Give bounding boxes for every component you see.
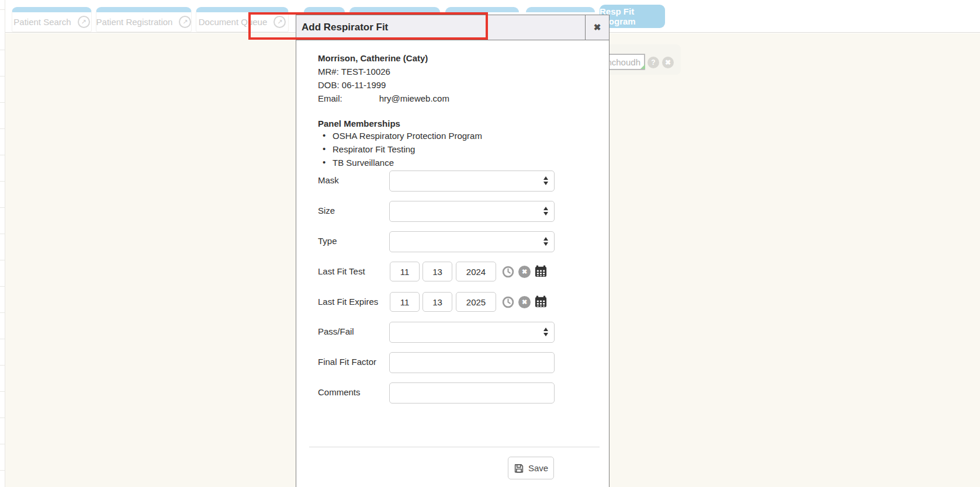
select-arrows-icon [543, 207, 548, 215]
clear-date-icon[interactable]: ✖ [518, 296, 531, 308]
save-button[interactable]: Save [508, 457, 554, 479]
patient-name: Morrison, Catherine (Caty) [318, 53, 428, 64]
mask-label: Mask [318, 175, 339, 185]
patient-dob: DOB: 06-11-1999 [318, 79, 386, 91]
dialog-title: Add Respirator Fit [302, 22, 388, 33]
open-in-new-window-icon[interactable]: ↗ [273, 16, 286, 28]
tab-patient-registration[interactable]: Patient Registration ↗ [96, 7, 192, 32]
panel-membership-item: OSHA Respiratory Protection Program [318, 131, 482, 141]
comments-label: Comments [318, 387, 361, 397]
footer-divider [309, 447, 600, 447]
final-fit-factor-input[interactable] [389, 352, 555, 373]
tab-label: Patient Search [13, 17, 71, 27]
select-arrows-icon [543, 237, 548, 246]
comments-input[interactable] [389, 382, 555, 403]
panel-memberships-heading: Panel Memberships [318, 118, 400, 130]
calendar-icon[interactable] [534, 295, 546, 307]
tab-label: Document Queue [199, 17, 268, 27]
last-fit-expires-year-input[interactable] [456, 292, 496, 312]
clear-search-icon[interactable]: ✖ [662, 57, 674, 68]
mask-select[interactable] [389, 171, 555, 192]
panel-memberships-list: OSHA Respiratory Protection Program Resp… [318, 131, 482, 172]
add-respirator-fit-dialog: Add Respirator Fit ✖ Morrison, Catherine… [296, 15, 610, 487]
save-label: Save [528, 463, 548, 473]
last-fit-expires-label: Last Fit Expires [318, 297, 378, 307]
dialog-header: Add Respirator Fit ✖ [296, 15, 609, 40]
left-rail [0, 0, 5, 487]
help-icon[interactable]: ? [647, 57, 659, 68]
pass-fail-select[interactable] [389, 322, 555, 343]
clock-icon[interactable] [502, 296, 514, 308]
clock-icon[interactable] [502, 266, 514, 278]
save-icon [514, 463, 524, 474]
patient-mr: MR#: TEST-10026 [318, 66, 390, 78]
patient-email-row: Email:hry@mieweb.com [318, 93, 449, 105]
close-icon[interactable]: ✖ [585, 15, 609, 40]
last-fit-expires-month-input[interactable] [390, 292, 420, 312]
arrow-glyph: ↗ [277, 18, 282, 25]
select-arrows-icon [543, 328, 548, 336]
final-fit-factor-label: Final Fit Factor [318, 357, 376, 367]
email-label: Email: [318, 93, 342, 103]
arrow-glyph: ↗ [182, 18, 188, 25]
calendar-icon[interactable] [534, 265, 546, 277]
size-label: Size [318, 206, 335, 215]
autocomplete-indicator [640, 64, 645, 69]
panel-membership-item: Respirator Fit Testing [318, 145, 482, 154]
arrow-glyph: ↗ [81, 18, 86, 25]
pass-fail-label: Pass/Fail [318, 326, 354, 336]
size-select[interactable] [389, 201, 555, 222]
panel-membership-item: TB Surveillance [318, 158, 482, 168]
tab-label: Patient Registration [96, 17, 173, 27]
select-arrows-icon [543, 176, 548, 185]
clear-date-icon[interactable]: ✖ [518, 266, 531, 278]
last-fit-test-label: Last Fit Test [318, 266, 365, 276]
type-select[interactable] [389, 231, 555, 252]
screen: Patient Search ↗ Patient Registration ↗ … [0, 0, 980, 487]
open-in-new-window-icon[interactable]: ↗ [78, 16, 90, 28]
last-fit-test-day-input[interactable] [423, 262, 452, 281]
type-label: Type [318, 236, 337, 246]
last-fit-expires-day-input[interactable] [423, 292, 452, 312]
open-in-new-window-icon[interactable]: ↗ [179, 16, 191, 28]
tab-document-queue[interactable]: Document Queue ↗ [196, 7, 289, 32]
last-fit-test-month-input[interactable] [390, 262, 420, 281]
tab-patient-search[interactable]: Patient Search ↗ [12, 7, 92, 32]
email-value: hry@mieweb.com [379, 93, 449, 105]
last-fit-test-year-input[interactable] [456, 262, 496, 281]
